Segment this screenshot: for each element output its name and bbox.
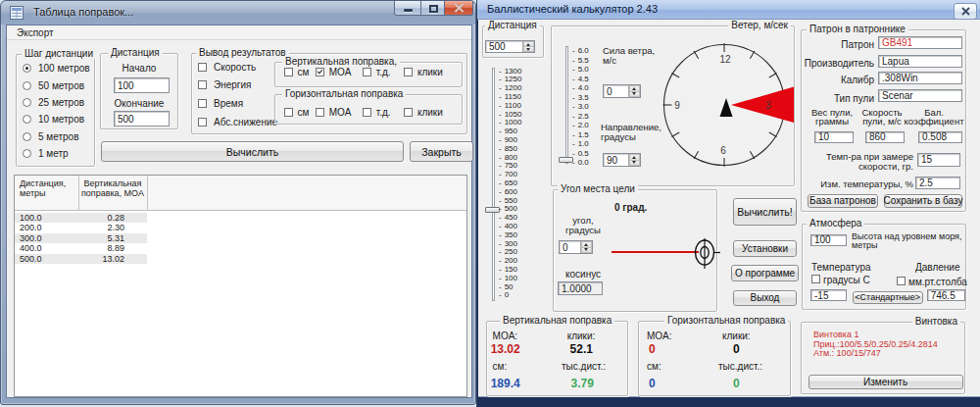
calculate-button[interactable]: Вычислить! <box>733 198 797 226</box>
manufacturer-value: Lapua <box>882 56 909 67</box>
exit-button[interactable]: Выход <box>733 290 797 306</box>
radio-icon[interactable] <box>23 149 31 158</box>
table-row[interactable]: 400.0 8.89 <box>15 243 147 253</box>
vertical-checkbox-option[interactable]: т.д. <box>363 67 391 77</box>
minimize-button[interactable] <box>394 1 421 16</box>
temperature-field[interactable]: -15 <box>810 289 847 301</box>
cell-correction: 8.89 <box>74 243 124 253</box>
table-row[interactable]: 500.0 13.02 <box>15 254 147 264</box>
wind-direction-spin-down-button[interactable] <box>629 161 640 167</box>
settings-button[interactable]: Установки <box>733 240 797 257</box>
radio-icon[interactable] <box>23 98 31 107</box>
step-radio-option[interactable]: 100 метров <box>23 60 94 76</box>
celsius-checkbox[interactable] <box>811 275 820 283</box>
radio-icon[interactable] <box>23 115 31 124</box>
angle-spin-down-button[interactable] <box>581 248 592 254</box>
distance-spinner[interactable]: 500 <box>485 40 535 53</box>
vertical-checkbox-option[interactable]: см <box>284 67 310 77</box>
temp-change-field[interactable]: 2.5 <box>915 177 960 189</box>
table-row[interactable]: 300.0 5.31 <box>15 233 147 243</box>
horizontal-checkbox-option[interactable]: клики <box>404 107 443 118</box>
vertical-checkbox-option[interactable]: MOA <box>316 67 352 77</box>
measure-temp-field[interactable]: 15 <box>917 153 960 167</box>
distance-slider-thumb[interactable] <box>485 207 500 213</box>
cosine-field[interactable]: 1.0000 <box>558 281 603 295</box>
horizontal-checkbox-option[interactable]: т.д. <box>363 107 391 118</box>
output-checkbox-option[interactable]: Время <box>198 94 277 113</box>
bc-field[interactable]: 0.508 <box>918 131 962 144</box>
maximize-button[interactable] <box>421 1 445 16</box>
step-radio-option[interactable]: 50 метров <box>23 76 94 93</box>
calculate-table-button[interactable]: Вычислить <box>101 141 404 162</box>
radio-icon[interactable] <box>23 132 31 141</box>
wind-tick-label: 2.5 <box>572 112 589 122</box>
end-field[interactable]: 500 <box>114 111 170 127</box>
checkbox-icon[interactable] <box>198 118 207 127</box>
checkbox-icon[interactable] <box>404 108 413 117</box>
checkbox-icon[interactable] <box>363 68 371 76</box>
results-table[interactable]: Дистанция, метры Вертикальная поправка, … <box>14 175 467 397</box>
checkbox-icon[interactable] <box>316 68 324 76</box>
bullet-speed-field[interactable]: 860 <box>865 131 905 144</box>
bullet-type-field[interactable]: Scenar <box>878 89 962 102</box>
close-button[interactable] <box>954 3 977 20</box>
wind-speed-spin-down-button[interactable] <box>629 92 640 98</box>
checkbox-icon[interactable] <box>198 99 207 108</box>
menu-export[interactable]: Экспорт <box>13 26 58 39</box>
wind-slider-thumb[interactable] <box>559 157 573 163</box>
wind-speed-spinner[interactable]: 0 <box>603 84 641 98</box>
start-field[interactable]: 100 <box>114 77 170 93</box>
cartridge-value: GB491 <box>882 37 912 48</box>
checkbox-icon[interactable] <box>284 108 293 117</box>
radio-icon[interactable] <box>23 64 31 73</box>
angle-spinner[interactable]: 0 <box>559 240 593 254</box>
output-checkbox-option[interactable]: Скорость <box>198 58 277 76</box>
titlebar-left[interactable]: Таблица поправок... <box>1 1 475 25</box>
titlebar-right[interactable]: Баллистический калькулятор 2.43 <box>477 0 980 20</box>
close-table-button[interactable]: Закрыть <box>410 141 473 162</box>
close-button[interactable] <box>445 1 473 16</box>
table-row[interactable]: 200.0 2.30 <box>15 223 147 232</box>
caliber-field[interactable]: .308Win <box>878 72 962 85</box>
mmhg-checkbox-label: мм.рт.столба <box>908 277 967 287</box>
wind-direction-dial[interactable]: 12 3 6 9 <box>660 42 795 168</box>
group-distance-title: Дистанция <box>485 20 540 30</box>
save-to-base-button[interactable]: Сохранить в базу <box>884 194 962 209</box>
checkbox-icon[interactable] <box>316 108 324 117</box>
vertical-checkbox-option[interactable]: клики <box>404 67 443 77</box>
checkbox-icon[interactable] <box>363 108 371 117</box>
wind-slider-track[interactable] <box>565 46 568 164</box>
bullet-weight-field[interactable]: 10 <box>814 131 854 144</box>
pressure-field[interactable]: 746.5 <box>927 289 965 301</box>
table-row[interactable]: 100.0 0.28 <box>15 213 147 223</box>
vertical-checkbox-label: см <box>298 67 310 77</box>
standard-button[interactable]: <Стандартные> <box>853 291 923 304</box>
output-checkbox-label: Энергия <box>214 79 251 90</box>
horizontal-checkbox-label: см <box>298 107 310 118</box>
output-checkbox-option[interactable]: Энергия <box>198 76 277 95</box>
wind-direction-spinner[interactable]: 90 <box>603 153 641 167</box>
step-radio-option[interactable]: 1 метр <box>23 145 94 162</box>
arrow-up-icon <box>526 43 530 46</box>
manufacturer-field[interactable]: Lapua <box>878 55 962 69</box>
cartridge-base-button[interactable]: База патронов <box>808 194 878 209</box>
step-radio-option[interactable]: 5 метров <box>23 128 94 145</box>
altitude-field[interactable]: 100 <box>810 234 847 246</box>
mmhg-checkbox[interactable] <box>897 277 906 285</box>
step-radio-option[interactable]: 10 метров <box>23 111 94 127</box>
distance-spin-down-button[interactable] <box>523 47 534 52</box>
radio-icon[interactable] <box>23 81 31 90</box>
checkbox-icon[interactable] <box>404 68 413 76</box>
horizontal-checkbox-option[interactable]: MOA <box>316 107 352 118</box>
horizontal-checkbox-option[interactable]: см <box>284 107 310 118</box>
checkbox-icon[interactable] <box>284 68 293 76</box>
checkbox-icon[interactable] <box>198 63 207 72</box>
distance-slider-track[interactable] <box>492 68 495 301</box>
about-button-label: О программе <box>735 268 795 279</box>
checkbox-icon[interactable] <box>198 80 207 89</box>
output-checkbox-option[interactable]: Абс.снижение <box>198 113 277 131</box>
cartridge-field[interactable]: GB491 <box>878 36 962 50</box>
change-rifle-button[interactable]: Изменить <box>808 375 963 389</box>
about-button[interactable]: О программе <box>731 265 799 281</box>
step-radio-option[interactable]: 25 метров <box>23 94 94 111</box>
